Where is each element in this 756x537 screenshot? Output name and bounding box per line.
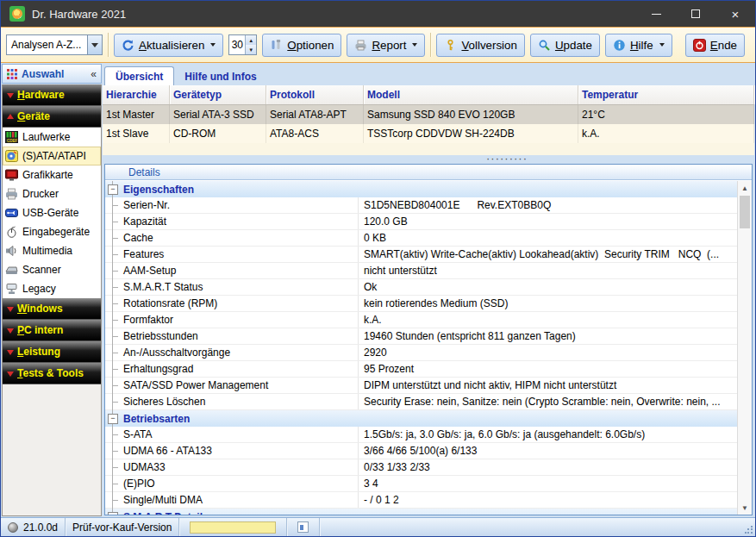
column-header[interactable]: Protokoll [266, 85, 364, 104]
scroll-up-icon[interactable]: ▲ [738, 181, 752, 195]
statusbar: 21.0.0d Prüf-vor-Kauf-Version [1, 517, 755, 536]
combobox-dropdown-button[interactable] [87, 35, 102, 54]
details-tree: Eigenschaften Serien-Nr. S1D5NEBD804001E… [105, 181, 737, 515]
detail-label: Betriebsarten [120, 410, 737, 427]
progress-bar [190, 521, 276, 534]
tab-hilfe-und-infos[interactable]: Hilfe und Infos [174, 67, 266, 85]
refresh-button[interactable]: Aktualisieren [114, 34, 223, 57]
sidebar-group-geraete[interactable]: Geräte [3, 106, 101, 128]
detail-row[interactable]: S.M.A.R.T Details [105, 509, 737, 515]
detail-row[interactable]: Betriebsstunden 19460 Stunden (entsprich… [105, 328, 737, 345]
sidebar-group-pc-intern[interactable]: PC intern [3, 320, 101, 341]
app-window: Dr. Hardware 2021 × Analysen A-Z... Aktu… [0, 0, 756, 537]
detail-row[interactable]: S.M.A.R.T Status Ok [105, 279, 737, 296]
detail-value: 120.0 GB [359, 215, 737, 228]
options-button[interactable]: Optionen [262, 34, 341, 57]
tab-uebersicht[interactable]: Übersicht [104, 66, 174, 85]
detail-value: Security Erase: nein, Sanitze: nein (Cry… [359, 396, 737, 408]
table-row[interactable]: 1st Master Serial ATA-3 SSD Serial ATA8-… [103, 105, 754, 124]
detail-row[interactable]: UDMA33 0/33 1/33 2/33 [105, 459, 737, 476]
sidebar-item-eingabegeraete[interactable]: Eingabegeräte [3, 222, 101, 241]
detail-row[interactable]: SATA/SSD Power Management DIPM unterstüt… [105, 378, 737, 394]
detail-row[interactable]: Formfaktor k.A. [105, 312, 737, 328]
column-header[interactable]: Modell [364, 85, 578, 104]
detail-row[interactable]: (E)PIO 3 4 [105, 476, 737, 492]
detail-value: kein rotierendes Medium (SSD) [359, 297, 737, 309]
detail-row[interactable]: Rotationsrate (RPM) kein rotierendes Med… [105, 296, 737, 312]
sidebar-item-legacy[interactable]: Legacy [3, 279, 101, 298]
detail-value: 19460 Stunden (entspricht 811 ganzen Tag… [359, 330, 737, 342]
tree-gutter-icon [105, 427, 120, 442]
usb-icon [5, 207, 18, 219]
detail-row[interactable]: An-/Ausschaltvorgänge 2920 [105, 345, 737, 361]
refresh-icon [122, 39, 134, 52]
sidebar-item-multimedia[interactable]: Multimedia [3, 241, 101, 260]
detail-row[interactable]: Erhaltungsgrad 95 Prozent [105, 361, 737, 378]
sidebar-group-windows[interactable]: Windows [3, 298, 101, 320]
help-button[interactable]: Hilfe [605, 34, 672, 57]
detail-value: 1.5Gb/s: ja, 3.0 Gb/s: ja, 6.0 Gb/s: ja … [359, 428, 737, 440]
disk-icon [5, 150, 18, 162]
device-table: Hierarchie Gerätetyp Protokoll Modell Te… [103, 85, 754, 155]
tree-gutter-icon [105, 279, 120, 295]
detail-row[interactable]: AAM-Setup nicht unterstützt [105, 263, 737, 279]
detail-row[interactable]: Single/Multi DMA - / 0 1 2 [105, 492, 737, 509]
sidebar-item-laufwerke[interactable]: CDEF Laufwerke [3, 128, 101, 147]
update-button[interactable]: Update [530, 34, 600, 57]
resize-grip[interactable] [745, 526, 753, 534]
detail-row[interactable]: Cache 0 KB [105, 230, 737, 247]
tools-icon [270, 39, 283, 52]
detail-row[interactable]: Betriebsarten [105, 410, 737, 427]
sidebar-item-grafikkarte[interactable]: Grafikkarte [3, 165, 101, 184]
detail-value: SMART(aktiv) Write-Cache(aktiv) Lookahea… [359, 248, 737, 260]
detail-label: UDMA33 [120, 459, 359, 475]
tree-gutter-icon [105, 247, 120, 262]
spinner-down-icon[interactable]: ▼ [246, 45, 256, 54]
tree-gutter-icon [105, 394, 120, 409]
detail-row[interactable]: S-ATA 1.5Gb/s: ja, 3.0 Gb/s: ja, 6.0 Gb/… [105, 427, 737, 443]
spinner-up-icon[interactable]: ▲ [246, 35, 256, 45]
detail-row[interactable]: Eigenschaften [105, 181, 737, 197]
legacy-device-icon [5, 283, 18, 295]
interval-value: 30 [229, 35, 245, 54]
exit-button[interactable]: Ende [685, 34, 745, 57]
minimize-button[interactable] [636, 1, 676, 27]
report-button[interactable]: Report [347, 34, 425, 57]
cell-hierarchie: 1st Master [103, 105, 170, 124]
interval-spinner[interactable]: 30 ▲ ▼ [228, 34, 257, 55]
detail-row[interactable]: Kapazität 120.0 GB [105, 214, 737, 230]
sidebar-item-scanner[interactable]: Scanner [3, 260, 101, 279]
sidebar-group-leistung[interactable]: Leistung [3, 341, 101, 363]
detail-value: k.A. [359, 314, 737, 326]
horizontal-splitter[interactable]: ········· [103, 155, 754, 164]
sidebar-item-drucker[interactable]: Drucker [3, 184, 101, 203]
column-header[interactable]: Temperatur [578, 85, 754, 104]
sidebar-item-sata-atapi[interactable]: (S)ATA/ATAPI [3, 147, 101, 165]
collapse-box-icon [105, 509, 120, 515]
analysis-combobox[interactable]: Analysen A-Z... [6, 34, 103, 55]
progress-segment [179, 518, 287, 536]
close-button[interactable]: × [715, 1, 755, 27]
detail-row[interactable]: Serien-Nr. S1D5NEBD804001E Rev.EXT0BB0Q [105, 197, 737, 214]
scroll-down-icon[interactable]: ▼ [738, 501, 752, 515]
sidebar-item-usb-geraete[interactable]: USB-Geräte [3, 203, 101, 222]
detail-row[interactable]: Features SMART(aktiv) Write-Cache(aktiv)… [105, 247, 737, 263]
table-row[interactable]: 1st Slave CD-ROM ATA8-ACS TSSTcorp CDDVD… [103, 124, 754, 143]
details-scrollbar[interactable]: ▲ ▼ [737, 181, 752, 515]
sidebar-group-hardware[interactable]: Hardware [3, 84, 101, 106]
maximize-button[interactable] [676, 1, 715, 27]
column-header[interactable]: Hierarchie [103, 85, 170, 104]
detail-row[interactable]: Sicheres Löschen Security Erase: nein, S… [105, 394, 737, 410]
column-header[interactable]: Gerätetyp [170, 85, 266, 104]
panel-toggle-icon[interactable] [297, 521, 309, 533]
sidebar-group-tests-tools[interactable]: Tests & Tools [3, 363, 101, 384]
collapse-sidebar-icon[interactable]: « [91, 68, 97, 80]
detail-value: 3 4 [359, 478, 737, 490]
tree-gutter-icon [105, 230, 120, 246]
detail-row[interactable]: UDMA 66 - ATA133 3/66 4/66 5/100(a) 6/13… [105, 443, 737, 459]
scrollbar-thumb[interactable] [740, 196, 750, 228]
scanner-icon [5, 264, 18, 276]
tree-gutter-icon [105, 443, 120, 459]
fullversion-button[interactable]: Vollversion [436, 34, 524, 57]
detail-label: (E)PIO [120, 476, 359, 491]
